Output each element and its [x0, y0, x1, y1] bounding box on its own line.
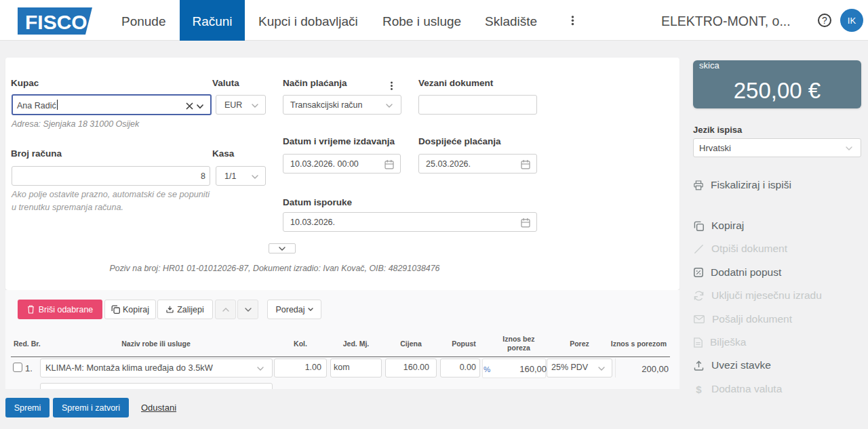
svg-text:FISCO: FISCO — [25, 11, 87, 33]
